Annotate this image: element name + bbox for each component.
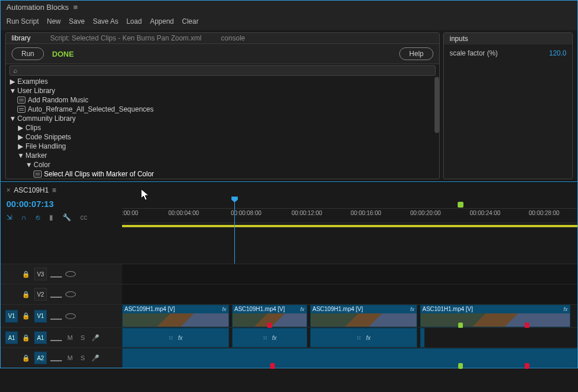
time-ruler[interactable]: :00:00 00:00:04:00 00:00:08:00 00:00:12:… xyxy=(122,208,577,223)
eye-icon[interactable] xyxy=(65,291,76,297)
track-label-a2[interactable]: A2 xyxy=(34,352,47,364)
track-label-v1[interactable]: V1 xyxy=(34,310,47,323)
video-clip[interactable]: ASC109H1.mp4 [V]fx xyxy=(310,305,417,327)
audio-clip[interactable]: ⁙ fx xyxy=(232,328,307,347)
audio-clip[interactable]: ⁙ fx xyxy=(310,328,417,347)
wrench-icon[interactable]: 🔧 xyxy=(62,213,71,221)
toggle-icon[interactable] xyxy=(50,271,62,278)
eye-icon[interactable] xyxy=(65,313,76,319)
tree-color[interactable]: ▼Color xyxy=(9,160,436,169)
menu-load[interactable]: Load xyxy=(126,17,142,25)
tree-marker[interactable]: ▼Marker xyxy=(9,151,436,160)
mute-button[interactable]: M xyxy=(65,334,75,341)
eye-icon[interactable] xyxy=(65,271,76,277)
ruler-tick: :00:00 xyxy=(122,210,138,216)
menu-icon[interactable]: ≡ xyxy=(73,3,78,12)
ruler-tick: 00:00:28:00 xyxy=(529,210,559,216)
mute-button[interactable]: M xyxy=(65,354,75,361)
help-button[interactable]: Help xyxy=(399,47,433,60)
menubar: Run Script New Save Save As Load Append … xyxy=(1,17,577,30)
tree-code-snippets[interactable]: ▶Code Snippets xyxy=(9,132,436,142)
file-icon xyxy=(17,97,25,103)
tree-examples[interactable]: ▶Examples xyxy=(9,77,436,86)
ruler-tick: 00:00:20:00 xyxy=(410,210,441,216)
video-clip[interactable]: ASC109H1.mp4 [V]fx xyxy=(232,305,307,327)
menu-run-script[interactable]: Run Script xyxy=(6,17,39,25)
timeline-panel: × ASC109H1 ≡ 00:00:07:13 ⇲ ∩ ⎋ ▮ 🔧 cc :0… xyxy=(0,182,578,368)
close-icon[interactable]: × xyxy=(6,186,10,194)
track-a1: A1 🔒 A1 M S 🎤 ⁙ fx ⁙ fx ⁙ fx xyxy=(1,327,577,347)
left-column: library Script: Selected Clips - Ken Bur… xyxy=(5,32,440,179)
ruler-tick: 00:00:08:00 xyxy=(231,210,262,216)
track-v2: 🔒 V2 xyxy=(1,284,577,304)
lock-icon[interactable]: 🔒 xyxy=(21,312,31,320)
library-tree[interactable]: ▶Examples ▼User Library Add Random Music… xyxy=(6,77,439,179)
ruler-tick: 00:00:12:00 xyxy=(292,210,322,216)
tree-scrollbar[interactable] xyxy=(435,77,439,133)
mic-icon[interactable]: 🎤 xyxy=(91,354,100,362)
tabs: library Script: Selected Clips - Ken Bur… xyxy=(6,33,439,44)
search-input[interactable]: ⌕ xyxy=(9,65,436,76)
lock-icon[interactable]: 🔒 xyxy=(21,334,31,342)
timeline-marker[interactable] xyxy=(458,202,463,208)
timecode[interactable]: 00:00:07:13 xyxy=(1,197,122,210)
audio-clip[interactable] xyxy=(420,328,425,347)
solo-button[interactable]: S xyxy=(78,334,87,341)
menu-save[interactable]: Save xyxy=(69,17,84,25)
track-a2: 🔒 A2 M S 🎤 xyxy=(1,347,577,368)
inputs-header: inputs xyxy=(444,33,572,45)
solo-button[interactable]: S xyxy=(78,354,87,361)
playhead[interactable] xyxy=(234,197,235,264)
input-scale-factor: scale factor (%) 120.0 xyxy=(450,48,566,57)
tree-community-library[interactable]: ▼Community Library xyxy=(9,114,436,123)
magnet-icon[interactable]: ∩ xyxy=(21,213,27,221)
input-value[interactable]: 120.0 xyxy=(549,49,566,57)
timeline-scrollbar[interactable] xyxy=(122,223,577,229)
snap-icon[interactable]: ⇲ xyxy=(6,213,12,221)
timeline-header: × ASC109H1 ≡ xyxy=(1,184,577,197)
run-button[interactable]: Run xyxy=(12,47,44,60)
panel-header: Automation Blocks ≡ xyxy=(1,1,577,17)
menu-append[interactable]: Append xyxy=(150,17,174,25)
marker-icon[interactable]: ▮ xyxy=(49,213,53,221)
automation-blocks-panel: Automation Blocks ≡ Run Script New Save … xyxy=(0,0,578,182)
toggle-icon[interactable] xyxy=(50,354,62,361)
link-icon[interactable]: ⎋ xyxy=(36,213,40,221)
panel-title: Automation Blocks xyxy=(6,3,69,12)
done-status: DONE xyxy=(52,50,74,58)
lock-icon[interactable]: 🔒 xyxy=(21,271,31,278)
toggle-icon[interactable] xyxy=(50,291,62,298)
track-label-v3[interactable]: V3 xyxy=(34,268,47,280)
tab-console[interactable]: console xyxy=(221,34,245,42)
inputs-column: inputs scale factor (%) 120.0 xyxy=(443,32,573,179)
tree-file-handling[interactable]: ▶File Handling xyxy=(9,142,436,151)
track-v3: 🔒 V3 xyxy=(1,264,577,284)
mic-icon[interactable]: 🎤 xyxy=(91,334,100,342)
cc-icon[interactable]: cc xyxy=(80,213,87,221)
tab-script[interactable]: Script: Selected Clips - Ken Burns Pan Z… xyxy=(50,34,201,42)
video-clip[interactable]: ASC101H1.mp4 [V]fx xyxy=(420,305,570,327)
audio-clip[interactable]: ⁙ fx xyxy=(122,328,229,347)
track-label-v2[interactable]: V2 xyxy=(34,288,47,301)
panel-body: library Script: Selected Clips - Ken Bur… xyxy=(1,30,577,182)
video-clip[interactable]: ASC109H1.mp4 [V]fx xyxy=(122,305,229,327)
tree-select-all-clips[interactable]: Select All Clips with Marker of Color xyxy=(9,169,436,179)
tree-user-library[interactable]: ▼User Library xyxy=(9,86,436,95)
menu-new[interactable]: New xyxy=(47,17,61,25)
menu-icon[interactable]: ≡ xyxy=(52,186,56,194)
track-label-a1[interactable]: A1 xyxy=(34,331,47,344)
tree-auto-reframe[interactable]: Auto_Reframe_All_Selected_Sequences xyxy=(9,105,436,114)
source-v1[interactable]: V1 xyxy=(5,310,18,323)
tab-library[interactable]: library xyxy=(12,34,31,42)
sequence-name[interactable]: ASC109H1 xyxy=(14,186,49,194)
lock-icon[interactable]: 🔒 xyxy=(21,291,31,298)
menu-clear[interactable]: Clear xyxy=(182,17,199,25)
audio-clip[interactable] xyxy=(122,348,577,368)
toggle-icon[interactable] xyxy=(50,334,62,341)
toggle-icon[interactable] xyxy=(50,313,62,320)
source-a1[interactable]: A1 xyxy=(5,331,18,344)
menu-save-as[interactable]: Save As xyxy=(93,17,118,25)
lock-icon[interactable]: 🔒 xyxy=(21,354,31,362)
tree-clips[interactable]: ▶Clips xyxy=(9,123,436,132)
tree-add-random-music[interactable]: Add Random Music xyxy=(9,95,436,105)
